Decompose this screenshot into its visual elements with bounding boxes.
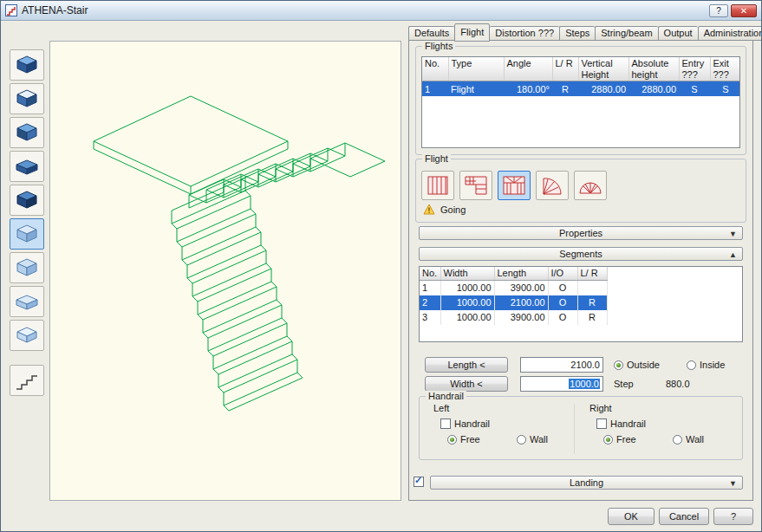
flight-type-quarter-turn-button[interactable] [459,171,492,200]
tab-output[interactable]: Output [658,26,698,41]
stair-3d-glass3-icon [14,290,40,313]
col-entry[interactable]: Entry ??? [679,57,710,81]
stair-view-button-5[interactable] [10,185,44,216]
stair-view-button-3[interactable] [10,117,44,148]
flight-type-quarter-spiral-button[interactable] [536,171,569,200]
half-turn-icon [501,174,527,197]
col-exit[interactable]: Exit ??? [710,57,740,81]
stair-view-button-4[interactable] [10,151,44,182]
seg-col-length[interactable]: Length [494,267,548,280]
tab-distortion[interactable]: Distortion ??? [490,26,559,41]
seg-cell-lr [577,280,607,295]
segments-table[interactable]: No. Width Length I/O L/ R 1 1000.00 3900… [419,266,743,342]
stair-3d-flipped-icon [14,121,40,144]
tab-steps[interactable]: Steps [559,26,595,41]
stair-view-button-6[interactable] [10,218,44,250]
handrail-left-checkbox[interactable] [440,418,451,429]
flights-header-row[interactable]: No. Type Angle L/ R Vertical Height Abso… [422,57,740,81]
stair-view-button-10[interactable] [10,365,44,396]
flights-row-1[interactable]: 1 Flight 180.00° R 2880.00 2880.00 S S [422,81,740,97]
cell-lr: R [552,81,578,97]
length-input[interactable]: 2100.0 [520,357,603,373]
handrail-right-wall-group: Wall [673,434,704,444]
drawing-preview[interactable] [49,41,401,501]
seg-cell-lr: R [577,295,607,310]
stair-view-button-7[interactable] [10,252,44,283]
seg-cell-length: 3900.00 [494,280,548,295]
stair-2d-icon [14,369,40,392]
cancel-button[interactable]: Cancel [659,508,709,525]
handrail-right-wall-radio[interactable] [673,435,682,444]
handrail-left-free-label: Free [460,434,480,444]
cell-entry: S [679,81,710,97]
seg-cell-io: O [548,310,577,325]
cell-type: Flight [448,81,504,97]
col-angle[interactable]: Angle [504,57,552,81]
length-button[interactable]: Length < [425,357,508,373]
inside-radio-label: Inside [700,360,725,370]
tab-flight[interactable]: Flight [454,23,490,42]
stair-3d-dark-icon [14,189,40,211]
handrail-right-checkbox[interactable] [596,418,607,429]
properties-bar[interactable]: Properties ▼ [419,226,743,240]
titlebar-help-button[interactable]: ? [709,4,728,17]
seg-cell-width: 1000.00 [440,280,494,295]
help-button[interactable]: ? [713,508,753,525]
handrail-right-free-label: Free [616,434,636,444]
col-absolute[interactable]: Absolute height [628,57,679,81]
segments-bar[interactable]: Segments ▲ [419,247,743,261]
seg-col-lr[interactable]: L/ R [577,267,607,280]
stair-3d-slab-icon [14,155,40,178]
flight-type-half-spiral-button[interactable] [574,171,607,200]
segment-row-2[interactable]: 2 1000.00 2100.00 O R [420,295,607,310]
tab-administration[interactable]: Administration [698,26,762,41]
seg-cell-no: 1 [420,280,440,295]
segment-row-1[interactable]: 1 1000.00 3900.00 O [420,280,607,295]
seg-cell-lr: R [577,310,607,325]
cell-absolute: 2880.00 [628,81,679,97]
stair-view-button-9[interactable] [10,320,44,351]
col-vertical[interactable]: Vertical Height [578,57,628,81]
col-no[interactable]: No. [422,57,448,81]
handrail-group-label: Handrail [426,391,466,401]
col-lr[interactable]: L/ R [552,57,578,81]
ok-button[interactable]: OK [608,508,655,525]
segments-header-row[interactable]: No. Width Length I/O L/ R [420,267,607,280]
landing-bar[interactable]: Landing ▼ [430,476,743,490]
stair-3d-glass2-icon [14,256,40,279]
width-input[interactable]: 1000.0 [520,376,603,392]
seg-col-width[interactable]: Width [440,267,494,280]
col-type[interactable]: Type [448,57,504,81]
inside-radio[interactable] [687,360,696,370]
width-button[interactable]: Width < [425,376,508,392]
close-button[interactable]: ✕ [731,4,757,17]
width-value: 1000.0 [569,379,600,389]
stair-view-button-2[interactable] [10,83,44,114]
seg-col-io[interactable]: I/O [548,267,577,280]
seg-cell-length: 2100.00 [494,295,548,310]
handrail-left-wall-radio[interactable] [517,435,526,444]
handrail-left-free-radio[interactable] [447,435,457,444]
stair-3d-glass-icon [14,223,40,245]
stair-view-button-1[interactable] [10,49,44,81]
tab-string-beam[interactable]: String/beam [595,26,657,41]
properties-bar-label: Properties [559,228,602,238]
stair-view-button-8[interactable] [10,286,44,317]
flight-type-half-turn-button[interactable] [498,171,531,200]
going-warning: Going [423,204,466,215]
tab-defaults[interactable]: Defaults [408,26,454,41]
flight-type-straight-button[interactable] [421,171,454,200]
quarter-turn-icon [463,174,489,197]
flights-group-label: Flights [422,41,455,51]
outside-radio-group: Outside [614,360,660,370]
flights-table[interactable]: No. Type Angle L/ R Vertical Height Abso… [421,56,740,148]
inside-radio-group: Inside [687,360,725,370]
handrail-right-free-radio[interactable] [603,435,613,444]
landing-checkbox[interactable] [414,477,424,487]
segment-row-3[interactable]: 3 1000.00 3900.00 O R [420,310,607,325]
outside-radio[interactable] [614,360,623,370]
title-bar[interactable]: ATHENA-Stair ? ✕ [1,1,761,21]
landing-bar-label: Landing [570,477,603,488]
seg-col-no[interactable]: No. [420,267,440,280]
length-value: 2100.0 [570,360,600,370]
